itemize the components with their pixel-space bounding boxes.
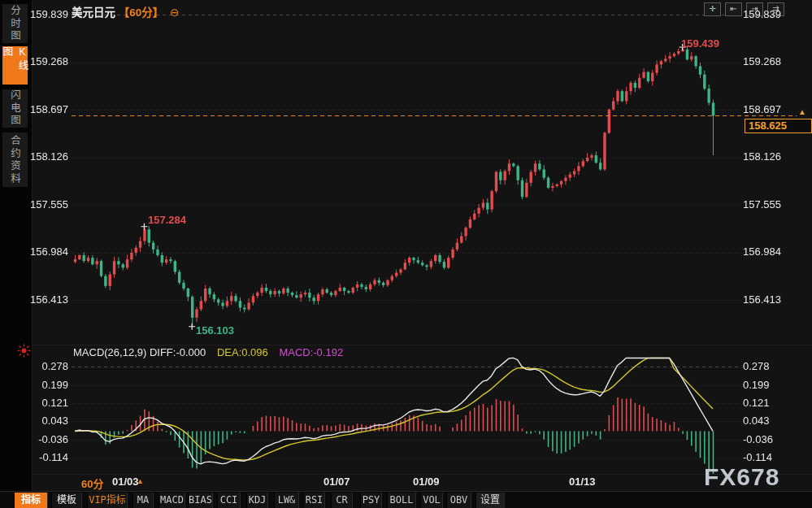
price-axis-label: 159.839 <box>21 8 68 20</box>
toolbar-item-rsi[interactable]: RSI <box>303 493 325 508</box>
price-axis-label: 159.268 <box>21 55 68 67</box>
price-axis-label: 156.413 <box>21 293 68 306</box>
price-axis-label: 158.697 <box>743 103 790 115</box>
live-indicator-icon <box>17 344 31 361</box>
interval-badge: 【60分】 <box>119 7 164 19</box>
macd-axis-label: -0.036 <box>743 433 790 445</box>
toolbar-item-obv[interactable]: OBV <box>446 493 471 508</box>
annotation-swing-low: 156.103 <box>196 324 234 336</box>
price-axis-label: 156.413 <box>743 293 790 306</box>
toolbar-item-vip[interactable]: VIP指标 <box>87 493 128 508</box>
x-axis-label: 01/09 <box>413 475 440 488</box>
watermark: FX678 <box>704 463 779 491</box>
macd-axis-label: 0.278 <box>21 360 68 372</box>
toolbar-item-kdj[interactable]: KDJ <box>246 493 268 508</box>
annotation-high-price: 159.439 <box>681 37 719 50</box>
price-axis-label: 157.555 <box>21 198 68 211</box>
macd-axis-label: 0.121 <box>21 397 68 409</box>
macd-axis-label: 0.278 <box>743 360 790 372</box>
macd-axis-label: 0.043 <box>21 415 68 427</box>
axis-divider <box>0 474 812 475</box>
chart-canvas[interactable] <box>0 0 812 508</box>
annotation-swing-high: 157.284 <box>148 214 186 226</box>
toolbar-item-ma[interactable]: MA <box>132 493 154 508</box>
macd-axis-label: -0.114 <box>743 451 790 463</box>
toolbar-item-vol[interactable]: VOL <box>420 493 443 508</box>
macd-axis-label: 0.043 <box>743 415 790 427</box>
macd-axis-label: -0.036 <box>21 433 68 445</box>
macd-axis-label: 0.121 <box>743 397 790 409</box>
symbol-name: 美元日元 <box>72 7 115 19</box>
toolbar-item-cr[interactable]: CR <box>331 493 353 508</box>
price-axis-label: 158.697 <box>21 103 68 115</box>
price-axis-label: 157.555 <box>743 198 790 211</box>
last-price-box: 158.625 <box>745 119 812 133</box>
toolbar-item-boll[interactable]: BOLL <box>387 493 416 508</box>
price-axis-label: 158.126 <box>743 150 790 163</box>
macd-axis-label: -0.114 <box>21 451 68 463</box>
collapse-icon[interactable]: ⊖ <box>170 7 179 19</box>
toolbar-item-macd[interactable]: MACD <box>158 493 185 508</box>
pane-divider <box>0 345 812 345</box>
last-price-arrow-icon: ▲ <box>798 107 806 116</box>
fit-left-axis-icon[interactable]: ⇤ <box>725 2 742 16</box>
toolbar-item-[interactable]: 模板 <box>51 493 82 508</box>
toolbar-item-[interactable]: 设置 <box>475 493 505 508</box>
price-axis-label: 158.126 <box>21 150 68 163</box>
price-axis-label: 159.268 <box>743 55 790 67</box>
macd-axis-label: 0.199 <box>743 379 790 391</box>
x-axis-label: 01/13 <box>569 475 596 488</box>
x-axis-label: 01/07 <box>323 475 350 488</box>
x-axis-label: 01/03 <box>112 475 139 488</box>
crosshair-icon[interactable]: ✛ <box>704 2 721 16</box>
toolbar-item-bias[interactable]: BIAS <box>188 493 213 508</box>
chart-title: 美元日元 【60分】 ⊖ <box>72 3 179 20</box>
toolbar-item-[interactable]: 指标 <box>14 493 48 508</box>
price-axis-label: 156.984 <box>21 245 68 258</box>
toolbar-item-psy[interactable]: PSY <box>360 493 382 508</box>
toolbar-item-lw[interactable]: LW& <box>274 493 299 508</box>
macd-axis-label: 0.199 <box>21 379 68 391</box>
macd-header: MACD(26,12,9) DIFF:-0.000 DEA:0.096 MACD… <box>73 346 343 358</box>
period-label[interactable]: 60分 <box>81 475 103 491</box>
bottom-toolbar: 指标模板VIP指标MAMACDBIASCCIKDJLW&RSICRPSYBOLL… <box>0 491 812 508</box>
price-axis-label: 156.984 <box>743 245 790 258</box>
macd-params: MACD(26,12,9) DIFF:-0.000 <box>73 346 206 358</box>
toolbar-item-cci[interactable]: CCI <box>217 493 241 508</box>
dea-value: DEA:0.096 <box>217 346 268 358</box>
macd-value: MACD:-0.192 <box>279 346 343 358</box>
chart-window: 分时图K线图闪电图合约资料 美元日元 【60分】 ⊖ ✛ ⇤ ⇥ ⇉ 159.8… <box>0 0 812 508</box>
price-axis-label: 159.839 <box>743 8 790 20</box>
